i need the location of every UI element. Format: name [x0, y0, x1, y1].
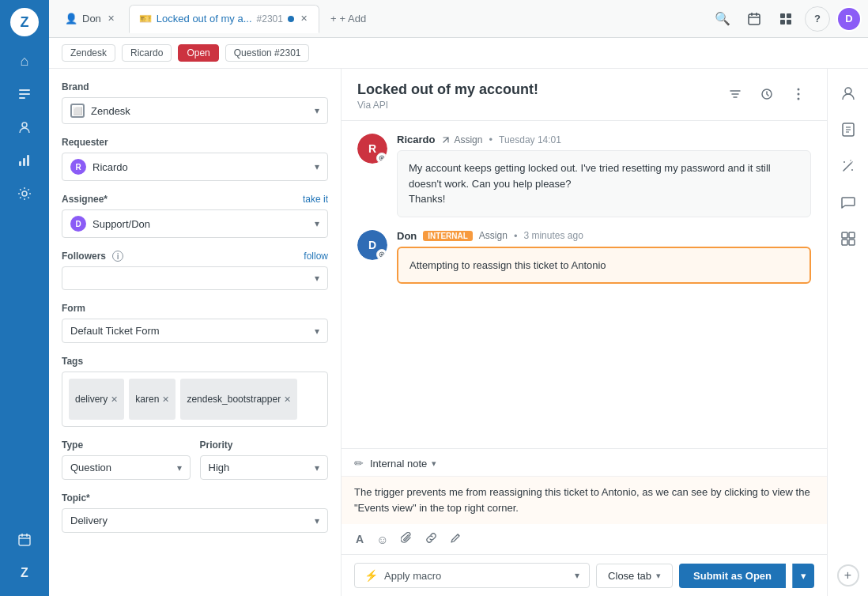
events-button[interactable] [754, 81, 779, 107]
help-button[interactable]: ? [805, 6, 830, 32]
breadcrumb-open[interactable]: Open [178, 44, 218, 62]
followers-info-icon[interactable]: i [112, 251, 123, 262]
requester-chevron: ▾ [315, 161, 319, 172]
more-options-button[interactable] [786, 81, 811, 107]
svg-point-3 [22, 123, 27, 127]
reporting-icon[interactable] [9, 145, 40, 175]
emoji-button[interactable]: ☺ [375, 531, 390, 548]
calendar-button[interactable] [742, 6, 767, 32]
add-tab-button[interactable]: + + Add [323, 9, 374, 28]
user-profile-icon[interactable] [833, 78, 863, 108]
message-content-1: Ricardo Assign • Tuesday 14:01 My [397, 134, 811, 217]
type-label: Type [62, 439, 191, 451]
home-icon[interactable]: ⌂ [9, 46, 40, 76]
svg-rect-18 [780, 20, 785, 25]
don-tab-close[interactable]: ✕ [106, 12, 116, 25]
tab-bar: 👤 Don ✕ 🎫 Locked out of my a... #2301 ✕ … [49, 0, 868, 38]
take-it-link[interactable]: take it [303, 194, 328, 205]
bottom-bar: ⚡ Apply macro ▾ Close tab ▾ Submit as Op… [342, 554, 827, 596]
macro-flash-icon: ⚡ [364, 569, 378, 582]
tags-input[interactable]: delivery ✕ karen ✕ zendesk_bootstrapper … [62, 372, 328, 427]
svg-rect-5 [23, 158, 25, 166]
macro-select[interactable]: ⚡ Apply macro ▾ [354, 563, 590, 588]
format-button[interactable]: A [354, 531, 365, 547]
ticket-tab-close[interactable]: ✕ [299, 12, 309, 25]
message-body-2: Attempting to reassign this ticket to An… [397, 247, 811, 285]
zendesk-bottom-logo[interactable]: Z [9, 558, 40, 588]
form-select[interactable]: Default Ticket Form ▾ [62, 319, 328, 343]
breadcrumb-question[interactable]: Question #2301 [225, 44, 310, 62]
search-button[interactable]: 🔍 [710, 6, 735, 32]
compose-toolbar: A ☺ [342, 524, 827, 554]
main-wrapper: 👤 Don ✕ 🎫 Locked out of my a... #2301 ✕ … [49, 0, 868, 596]
apps-sidebar-icon[interactable] [833, 224, 863, 254]
compose-edit-icon: ✏ [354, 457, 364, 470]
left-panel: Brand ⬜ Zendesk ▾ Requester R [49, 69, 342, 596]
customers-icon[interactable] [9, 112, 40, 142]
followers-select[interactable]: ▾ [62, 266, 328, 290]
tag-karen: karen ✕ [129, 379, 175, 420]
tag-karen-remove[interactable]: ✕ [162, 394, 169, 405]
ticket-tab-number: #2301 [257, 13, 283, 25]
link-button[interactable] [424, 530, 439, 548]
assignee-select[interactable]: D Support/Don ▾ [62, 209, 328, 238]
close-tab-chevron: ▾ [656, 571, 661, 581]
svg-point-27 [381, 253, 383, 255]
don-tab-label: Don [82, 13, 101, 25]
topic-select[interactable]: Delivery ▾ [62, 508, 328, 533]
attach-button[interactable] [399, 530, 414, 548]
compose-type-button[interactable]: Internal note ▾ [370, 458, 436, 470]
breadcrumb-ricardo[interactable]: Ricardo [122, 44, 172, 62]
priority-value: High [209, 462, 230, 473]
compose-type-chevron: ▾ [432, 458, 436, 469]
breadcrumb-zendesk[interactable]: Zendesk [62, 44, 115, 62]
right-sidebar: + [827, 69, 868, 596]
redact-button[interactable] [448, 530, 463, 548]
tag-zendesk-bootstrapper-remove[interactable]: ✕ [284, 394, 291, 405]
close-tab-button[interactable]: Close tab ▾ [596, 564, 673, 588]
ticket-tab[interactable]: 🎫 Locked out of my a... #2301 ✕ [129, 5, 319, 33]
requester-select[interactable]: R Ricardo ▾ [62, 153, 328, 181]
message-meta-2: Don internal Assign • 3 minutes ago [397, 230, 811, 242]
svg-rect-4 [19, 161, 21, 166]
followers-chevron: ▾ [315, 273, 319, 284]
filter-button[interactable] [723, 81, 748, 107]
svg-rect-40 [849, 240, 855, 245]
tag-delivery-remove[interactable]: ✕ [111, 394, 118, 405]
apps-button[interactable] [773, 6, 798, 32]
svg-point-7 [22, 191, 27, 196]
content-area: Brand ⬜ Zendesk ▾ Requester R [49, 69, 868, 596]
assignee-value: Support/Don [92, 218, 150, 230]
add-tab-label: + Add [340, 13, 367, 25]
svg-point-22 [798, 93, 800, 96]
submit-chevron-button[interactable]: ▾ [792, 564, 814, 588]
don-tab-icon: 👤 [65, 13, 77, 25]
priority-chevron: ▾ [315, 462, 319, 473]
follow-link[interactable]: follow [304, 251, 328, 262]
brand-select[interactable]: ⬜ Zendesk ▾ [62, 97, 328, 124]
priority-select[interactable]: High ▾ [200, 455, 329, 480]
knowledge-icon[interactable] [833, 115, 863, 145]
assign-link-2[interactable]: Assign [479, 230, 508, 241]
type-select[interactable]: Question ▾ [62, 455, 191, 480]
type-priority-row: Type Question ▾ Priority High ▾ [62, 439, 328, 480]
app-logo[interactable]: Z [10, 8, 39, 36]
tickets-icon[interactable] [9, 79, 40, 109]
calendar-icon[interactable] [9, 525, 40, 555]
chat-icon[interactable] [833, 187, 863, 217]
type-value: Question [70, 462, 111, 473]
followers-label: Followers i follow [62, 251, 328, 262]
user-avatar[interactable]: D [836, 6, 862, 32]
compose-body[interactable]: The trigger prevents me from reassigning… [342, 477, 827, 524]
submit-button[interactable]: Submit as Open [679, 564, 786, 588]
message-author-1: Ricardo [397, 134, 435, 145]
brand-field: Brand ⬜ Zendesk ▾ [62, 81, 328, 124]
admin-icon[interactable] [9, 179, 40, 209]
message-time-1: Tuesday 14:01 [499, 134, 561, 145]
requester-avatar: R [70, 159, 86, 175]
add-sidebar-button[interactable]: + [837, 564, 859, 587]
wand-icon[interactable] [833, 151, 863, 181]
message-time-2: 3 minutes ago [523, 230, 583, 241]
don-tab[interactable]: 👤 Don ✕ [55, 5, 126, 33]
assign-link-1[interactable]: Assign [441, 134, 482, 145]
